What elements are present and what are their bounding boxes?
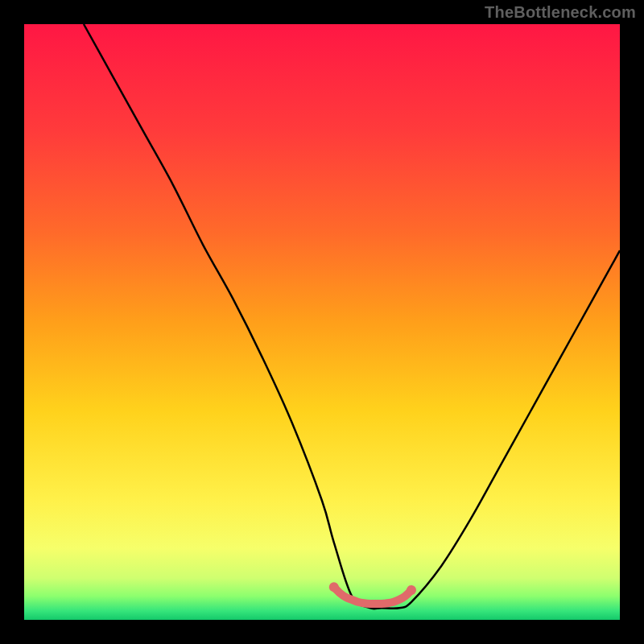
- marker-endpoint-dot: [329, 582, 339, 592]
- plot-background: [24, 24, 620, 620]
- bottleneck-chart: [0, 0, 644, 644]
- chart-container: TheBottleneck.com: [0, 0, 644, 644]
- marker-endpoint-dot: [407, 585, 416, 595]
- watermark-label: TheBottleneck.com: [485, 3, 636, 22]
